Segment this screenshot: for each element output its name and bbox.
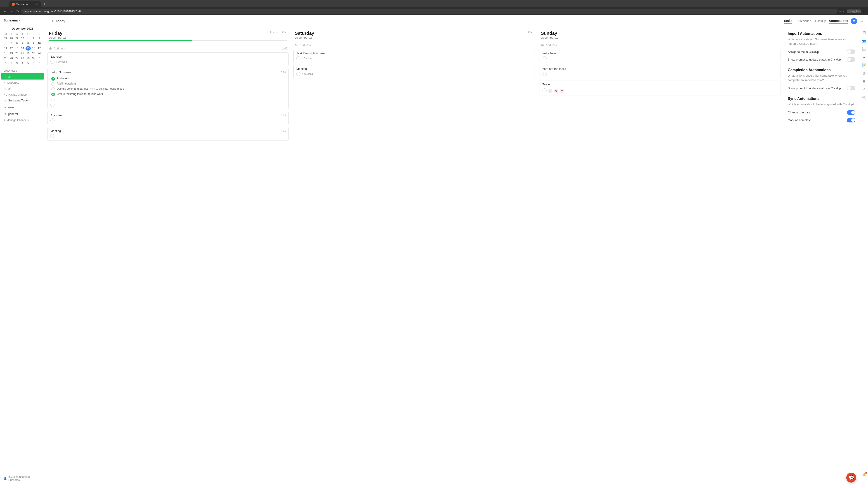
task-check-2-1[interactable] [542,72,547,76]
cal-day-1-4[interactable]: 8 [26,41,31,46]
subtask-check-0-1-1[interactable] [51,82,55,86]
chat-fab[interactable]: 💬 [846,473,856,483]
task-check-0-1[interactable] [51,103,55,107]
expand-btn[interactable]: → [860,19,864,23]
cal-day-5-4[interactable]: 5 [26,61,31,66]
cal-day-1-5[interactable]: 9 [31,41,36,46]
manage-channels-btn[interactable]: + Manage Channels [0,117,45,123]
task-check-2-2[interactable] [542,88,547,92]
right-icon-note[interactable]: 📝 [861,62,867,68]
cal-day-2-5[interactable]: 16 [31,46,36,51]
cal-day-2-3[interactable]: 14 [20,46,25,51]
right-icon-mail[interactable]: ● [861,54,867,60]
menu-icon[interactable]: ⋮ [863,10,865,13]
task-check-0-0[interactable] [51,60,55,64]
tab-close-btn[interactable]: ✕ [36,3,38,6]
invite-btn[interactable]: 👤 Invite someone to Sunsama [0,474,45,484]
url-bar[interactable] [21,8,837,14]
sidebar-item-asas[interactable]: # asas [1,104,44,110]
cal-day-0-3[interactable]: 30 [20,36,25,41]
task-icon-btn-0[interactable]: ✓ [548,89,553,93]
cal-day-0-5[interactable]: 2 [31,36,36,41]
right-icon-target[interactable]: ◎ [861,70,867,76]
forward-btn[interactable]: → [9,8,14,14]
cal-day-1-2[interactable]: 6 [14,41,20,46]
sidebar-icon[interactable]: ▱ [843,10,845,13]
star-icon[interactable]: ☆ [839,10,841,13]
uncategorized-toggle[interactable]: ▾ [4,94,5,96]
add-task-row-1[interactable]: ⊕Add task [293,41,535,49]
cal-day-5-6[interactable]: 7 [37,61,42,66]
next-month-btn[interactable]: › [40,27,41,30]
cal-day-5-0[interactable]: 1 [3,61,8,66]
tab-item-sunsama[interactable]: Sunsama ✕ [9,1,41,7]
right-icon-refresh[interactable]: ↺ [861,86,867,93]
tab-calendar[interactable]: Calendar [798,19,811,23]
task-card-2-0[interactable]: tasks here [539,49,781,63]
right-icon-chart[interactable]: 📊 [861,46,867,52]
sidebar-header[interactable]: Sunsama ▾ [0,15,45,25]
user-avatar[interactable]: M [851,18,857,24]
tab-clickup[interactable]: ClickUp [815,19,826,23]
today-btn[interactable]: Today [56,19,65,23]
sync-toggle-2[interactable] [847,118,855,123]
right-icon-notification[interactable]: 🔔 [861,471,867,478]
cal-day-5-1[interactable]: 2 [9,61,14,66]
tab-tasks[interactable]: Tasks [784,19,793,24]
cal-day-0-4[interactable]: 1 [26,36,31,41]
cal-day-2-1[interactable]: 12 [9,46,14,51]
right-icon-people[interactable]: 👥 [861,37,867,44]
cal-day-1-0[interactable]: 4 [3,41,8,46]
cal-day-3-0[interactable]: 18 [3,51,8,56]
cal-day-0-6[interactable]: 3 [37,36,42,41]
cal-day-0-2[interactable]: 29 [14,36,20,41]
sidebar-item-sunsama-tasks[interactable]: # Sunsama Tasks [1,97,44,103]
import-toggle-2[interactable] [847,57,855,62]
personal-toggle[interactable]: ▾ [4,82,5,84]
cal-day-2-2[interactable]: 13 [14,46,20,51]
tab-automations[interactable]: Automations [829,19,848,24]
add-task-row-0[interactable]: ⊕Add task1:00 [48,44,289,53]
task-card-0-2[interactable]: Exercise0:15 [48,111,289,125]
right-icon-search[interactable]: 🔍 [861,94,867,101]
task-card-2-2[interactable]: Travel✓📅⏰ [539,80,781,96]
subtask-check-0-1-0[interactable] [51,77,55,80]
right-icon-plus[interactable]: + [861,480,867,486]
cal-day-2-0[interactable]: 11 [3,46,8,51]
cal-day-4-2[interactable]: 27 [14,56,20,61]
cal-day-3-6[interactable]: 24 [37,51,42,56]
task-check-1-0[interactable] [296,56,301,60]
cal-day-3-4[interactable]: 22 [26,51,31,56]
task-card-0-1[interactable]: Setup Sunsama0:20Add tasksAdd integratio… [48,68,289,109]
subtask-check-0-1-2[interactable] [51,88,55,91]
cal-day-0-1[interactable]: 28 [9,36,14,41]
cal-day-3-5[interactable]: 23 [31,51,36,56]
cal-day-5-5[interactable]: 6 [31,61,36,66]
new-tab-btn[interactable]: + [41,1,47,7]
cal-day-3-1[interactable]: 19 [9,51,14,56]
task-card-0-0[interactable]: Exercise#personal [48,53,289,66]
add-task-row-2[interactable]: ⊕Add task [539,41,781,49]
cal-day-4-6[interactable]: 31 [37,56,42,61]
sidebar-item-personal-all[interactable]: # all [1,85,44,92]
task-check-1-1[interactable] [296,72,301,76]
task-card-2-1[interactable]: here are the tasks [539,65,781,78]
cal-day-4-4[interactable]: 29 [26,56,31,61]
cal-day-4-3[interactable]: 28 [20,56,25,61]
right-icon-clipboard[interactable]: 📋 [861,29,867,36]
cal-day-2-6[interactable]: 17 [37,46,42,51]
cal-day-4-1[interactable]: 26 [9,56,14,61]
completion-toggle-1[interactable] [847,86,855,90]
task-check-0-2[interactable] [51,119,55,123]
cal-day-4-0[interactable]: 25 [3,56,8,61]
cal-day-4-5[interactable]: 30 [31,56,36,61]
cal-day-1-3[interactable]: 7 [20,41,25,46]
cal-day-5-2[interactable]: 3 [14,61,20,66]
task-card-0-3[interactable]: Meeting0:25 [48,127,289,140]
import-toggle-1[interactable] [847,50,855,54]
cal-day-5-3[interactable]: 4 [20,61,25,66]
right-icon-box[interactable]: ▣ [861,78,867,85]
cal-day-3-3[interactable]: 21 [20,51,25,56]
cal-day-3-2[interactable]: 20 [14,51,20,56]
cal-day-2-4[interactable]: 15 [26,46,31,51]
